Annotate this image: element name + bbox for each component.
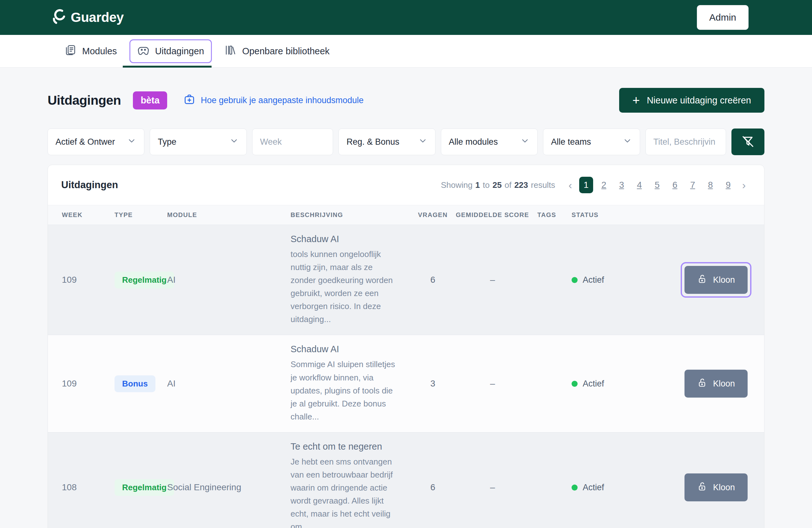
create-challenge-label: Nieuwe uitdaging creëren [647,95,751,106]
modules-icon [64,44,76,58]
table-row: 109 Bonus AI Schaduw AI Sommige AI sluip… [48,335,764,432]
search-input[interactable] [653,137,719,147]
table-row: 109 Regelmatig AI Schaduw AI tools kunne… [48,225,764,335]
pagination-page-6[interactable]: 6 [668,177,682,193]
focus-ring: Kloon [681,262,751,298]
kloon-button[interactable]: Kloon [684,266,748,294]
week-input[interactable] [260,137,325,147]
type-filter-value: Type [158,137,176,147]
col-type: TYPE [115,211,167,219]
col-score: GEMIDDELDE SCORE [456,211,537,219]
challenges-card: Uitdagingen Showing 1 to 25 of 223 resul… [47,165,765,528]
guardey-logo-icon [52,9,66,26]
status-dot [571,277,578,283]
lock-open-icon [697,481,707,494]
modules-filter-value: Alle modules [449,137,498,147]
card-title: Uitdagingen [61,179,118,191]
score-value: – [456,482,537,493]
tab-label: Modules [82,46,117,56]
challenge-title: Schaduw AI [291,234,407,244]
vragen-value: 6 [410,275,456,285]
week-value: 108 [62,482,115,493]
status-dot [571,381,578,387]
help-link[interactable]: Hoe gebruik je aangepaste inhoudsmodule [183,93,363,108]
type-filter-select[interactable]: Type [150,129,246,155]
challenge-description: Je hebt een sms ontvangen van een betrou… [291,455,407,528]
status-cell: Actief [571,483,633,493]
pagination-page-9[interactable]: 9 [721,177,735,193]
tab-uitdagingen[interactable]: Uitdagingen [129,39,212,63]
filter-off-icon [741,134,755,150]
type-badge: Regelmatig [115,479,174,496]
plus-icon: + [633,94,640,106]
library-icon [224,44,236,58]
chevron-down-icon [520,136,530,148]
pagination-page-5[interactable]: 5 [650,177,664,193]
chevron-down-icon [418,136,427,148]
search-input-wrap [646,129,726,155]
logo-text: Guardey [71,10,124,25]
pagination: ‹ 1 2 3 4 5 6 7 8 9 › [563,177,751,193]
status-label: Actief [583,275,604,285]
page-title: Uitdagingen [47,93,121,108]
col-module: MODULE [167,211,291,219]
reg-bonus-filter-select[interactable]: Reg. & Bonus [338,129,435,155]
help-link-label: Hoe gebruik je aangepaste inhoudsmodule [201,96,363,105]
tab-openbare-bibliotheek[interactable]: Openbare bibliotheek [216,39,337,63]
week-value: 109 [62,379,115,389]
beta-badge: bèta [133,91,167,110]
col-tags: TAGS [537,211,571,219]
status-label: Actief [583,379,604,389]
status-filter-value: Actief & Ontwer [56,137,115,147]
pagination-page-8[interactable]: 8 [704,177,717,193]
teams-filter-value: Alle teams [551,137,591,147]
chevron-down-icon [127,136,136,148]
pagination-prev-icon[interactable]: ‹ [563,179,577,191]
kloon-label: Kloon [713,379,735,389]
type-badge: Bonus [115,375,156,392]
tab-label: Openbare bibliotheek [242,46,330,56]
pagination-page-1[interactable]: 1 [579,177,593,193]
clear-filters-button[interactable] [731,129,765,155]
top-bar: Guardey Admin [0,0,812,35]
type-badge: Regelmatig [115,272,174,288]
lock-open-icon [697,377,707,390]
table-header-row: WEEK TYPE MODULE BESCHRIJVING VRAGEN GEM… [48,205,764,225]
lock-open-icon [697,274,707,286]
modules-filter-select[interactable]: Alle modules [441,129,538,155]
score-value: – [456,379,537,389]
gamepad-icon [137,44,149,58]
tab-label: Uitdagingen [155,46,204,56]
logo-link[interactable]: Guardey [52,9,124,26]
col-vragen: VRAGEN [410,211,456,219]
challenge-description: Sommige AI sluipen stilletjes je workflo… [291,358,407,423]
page-header: Uitdagingen bèta Hoe gebruik je aangepas… [47,88,765,113]
vragen-value: 6 [410,482,456,493]
challenge-title: Schaduw AI [291,344,407,354]
kloon-button[interactable]: Kloon [684,473,748,501]
card-header: Uitdagingen Showing 1 to 25 of 223 resul… [48,165,764,205]
module-value: Social Engineering [167,482,291,493]
status-cell: Actief [571,379,633,389]
create-challenge-button[interactable]: + Nieuwe uitdaging creëren [619,88,765,113]
briefcase-plus-icon [183,93,196,108]
pagination-page-7[interactable]: 7 [686,177,700,193]
pagination-next-icon[interactable]: › [737,179,751,191]
status-filter-select[interactable]: Actief & Ontwer [47,129,144,155]
challenge-title: Te echt om te negeren [291,441,407,452]
kloon-button[interactable]: Kloon [684,370,748,398]
status-label: Actief [583,483,604,493]
tab-modules[interactable]: Modules [56,39,125,63]
kloon-label: Kloon [713,275,735,285]
module-value: AI [167,275,291,285]
pagination-page-2[interactable]: 2 [597,177,611,193]
chevron-down-icon [229,136,239,148]
admin-button[interactable]: Admin [697,5,749,30]
pagination-page-3[interactable]: 3 [615,177,629,193]
vragen-value: 3 [410,379,456,389]
results-summary: Showing 1 to 25 of 223 results [441,180,555,190]
teams-filter-select[interactable]: Alle teams [543,129,640,155]
chevron-down-icon [623,136,632,148]
status-dot [571,485,578,490]
pagination-page-4[interactable]: 4 [633,177,647,193]
